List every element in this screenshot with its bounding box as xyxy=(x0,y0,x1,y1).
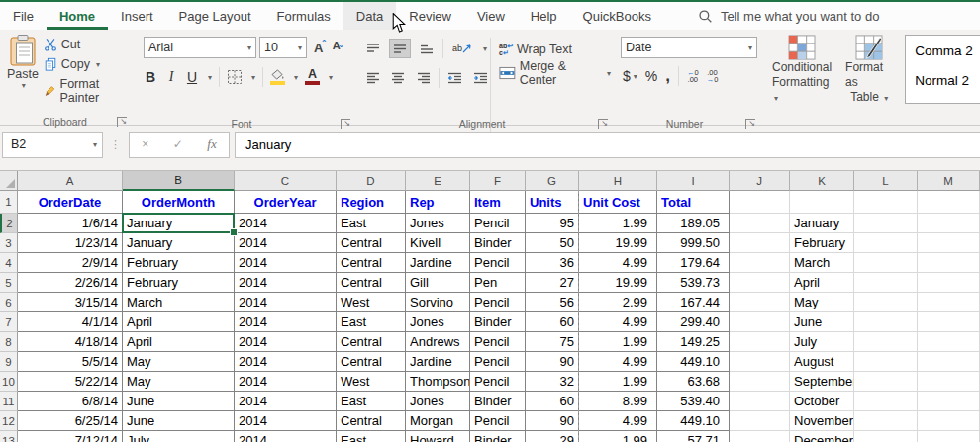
row-header-13[interactable]: 13 xyxy=(0,431,18,442)
tab-formulas[interactable]: Formulas xyxy=(264,2,343,30)
cell-B1[interactable]: OrderMonth xyxy=(123,191,235,214)
cell-D5[interactable]: Central xyxy=(337,273,406,293)
column-header-C[interactable]: C xyxy=(235,171,337,191)
cell-H2[interactable]: 1.99 xyxy=(579,214,657,233)
clipboard-dialog-launcher[interactable]: ↘ xyxy=(117,117,127,127)
cell-A13[interactable]: 7/12/14 xyxy=(18,431,123,442)
italic-button[interactable]: I xyxy=(164,69,178,85)
cell-K8[interactable]: July xyxy=(790,332,854,352)
column-header-D[interactable]: D xyxy=(337,171,406,191)
cell-J2[interactable] xyxy=(730,214,790,233)
cancel-button[interactable]: × xyxy=(142,137,148,151)
cell-M1[interactable] xyxy=(918,191,980,214)
cell-G2[interactable]: 95 xyxy=(526,214,579,233)
cell-L2[interactable] xyxy=(854,214,918,233)
cell-M10[interactable] xyxy=(918,372,980,392)
paste-dropdown-arrow[interactable]: ▾ xyxy=(22,81,26,90)
cell-C10[interactable]: 2014 xyxy=(235,372,337,392)
cell-M12[interactable] xyxy=(918,411,980,431)
cell-D10[interactable]: West xyxy=(337,372,406,392)
cell-H7[interactable]: 4.99 xyxy=(579,312,657,332)
cell-F4[interactable]: Pencil xyxy=(470,253,526,273)
cell-H8[interactable]: 1.99 xyxy=(579,332,657,352)
row-header-12[interactable]: 12 xyxy=(0,411,18,431)
cell-J9[interactable] xyxy=(730,352,790,372)
number-format-combobox[interactable]: Date▾ xyxy=(621,37,757,58)
column-header-I[interactable]: I xyxy=(657,171,730,191)
cell-H13[interactable]: 1.99 xyxy=(579,431,657,442)
row-header-4[interactable]: 4 xyxy=(0,253,18,273)
cell-M8[interactable] xyxy=(918,332,980,352)
cell-E1[interactable]: Rep xyxy=(406,191,470,214)
cell-F10[interactable]: Pencil xyxy=(470,372,526,392)
borders-button[interactable] xyxy=(227,69,243,85)
cell-I13[interactable]: 57.71 xyxy=(657,431,730,442)
formula-bar-grip[interactable]: ⋮ xyxy=(110,138,122,151)
cell-B8[interactable]: April xyxy=(123,332,235,352)
cell-K10[interactable]: September xyxy=(790,372,854,392)
borders-dropdown-arrow[interactable]: ▾ xyxy=(251,73,255,82)
cell-I6[interactable]: 167.44 xyxy=(657,293,730,312)
cell-M2[interactable] xyxy=(918,214,980,233)
cell-M3[interactable] xyxy=(918,233,980,253)
cell-G8[interactable]: 75 xyxy=(526,332,579,352)
cell-F12[interactable]: Pencil xyxy=(470,411,526,431)
cell-A2[interactable]: 1/6/14 xyxy=(18,214,123,233)
cell-C1[interactable]: OrderYear xyxy=(235,191,337,214)
name-box[interactable]: B2 ▾ xyxy=(2,132,103,158)
cell-F5[interactable]: Pen xyxy=(470,273,526,293)
increase-decimal-button[interactable]: ←0.00 xyxy=(687,69,699,83)
column-header-K[interactable]: K xyxy=(790,171,854,191)
cell-B2[interactable]: January xyxy=(123,214,235,233)
cell-K7[interactable]: June xyxy=(790,312,854,332)
cell-I11[interactable]: 539.40 xyxy=(657,392,730,411)
cell-G9[interactable]: 90 xyxy=(526,352,579,372)
cell-A5[interactable]: 2/26/14 xyxy=(18,273,123,293)
tell-me-box[interactable]: Tell me what you want to do xyxy=(698,2,879,30)
cell-C11[interactable]: 2014 xyxy=(235,392,337,411)
column-header-A[interactable]: A xyxy=(18,171,123,191)
middle-align-button[interactable] xyxy=(389,39,411,58)
column-header-G[interactable]: G xyxy=(526,171,579,191)
cell-G13[interactable]: 29 xyxy=(526,431,579,442)
cell-E3[interactable]: Kivell xyxy=(406,233,470,253)
cell-L13[interactable] xyxy=(854,431,918,442)
number-dialog-launcher[interactable]: ↘ xyxy=(745,119,755,129)
name-box-dropdown-arrow[interactable]: ▾ xyxy=(93,140,97,149)
format-painter-button[interactable]: Format Painter xyxy=(44,77,130,105)
cell-J12[interactable] xyxy=(730,411,790,431)
cell-K13[interactable]: December xyxy=(790,431,854,442)
cell-L9[interactable] xyxy=(854,352,918,372)
cell-C7[interactable]: 2014 xyxy=(235,312,337,332)
cell-H9[interactable]: 4.99 xyxy=(579,352,657,372)
cell-G1[interactable]: Units xyxy=(526,191,579,214)
cell-L5[interactable] xyxy=(854,273,918,293)
cell-G4[interactable]: 36 xyxy=(526,253,579,273)
cell-C3[interactable]: 2014 xyxy=(235,233,337,253)
cell-K3[interactable]: February xyxy=(790,233,854,253)
cell-I9[interactable]: 449.10 xyxy=(657,352,730,372)
cell-B9[interactable]: May xyxy=(123,352,235,372)
cell-C2[interactable]: 2014 xyxy=(235,214,337,233)
row-header-1[interactable]: 1 xyxy=(0,191,18,214)
cell-E12[interactable]: Morgan xyxy=(406,411,470,431)
cell-I10[interactable]: 63.68 xyxy=(657,372,730,392)
accounting-format-button[interactable]: $ xyxy=(623,68,631,84)
cell-I1[interactable]: Total xyxy=(657,191,730,214)
cell-K12[interactable]: November xyxy=(790,411,854,431)
underline-button[interactable]: U xyxy=(185,69,199,85)
decrease-indent-button[interactable] xyxy=(445,69,464,87)
cell-H10[interactable]: 1.99 xyxy=(579,372,657,392)
column-header-E[interactable]: E xyxy=(406,171,470,191)
row-header-9[interactable]: 9 xyxy=(0,352,18,372)
row-header-7[interactable]: 7 xyxy=(0,312,18,332)
cell-B13[interactable]: July xyxy=(123,431,235,442)
cell-G11[interactable]: 60 xyxy=(526,392,579,411)
cell-E9[interactable]: Jardine xyxy=(406,352,470,372)
cell-K5[interactable]: April xyxy=(790,273,854,293)
cell-E13[interactable]: Howard xyxy=(406,431,470,442)
cell-F8[interactable]: Pencil xyxy=(470,332,526,352)
cell-H4[interactable]: 4.99 xyxy=(579,253,657,273)
cell-K1[interactable] xyxy=(790,191,854,214)
cell-I12[interactable]: 449.10 xyxy=(657,411,730,431)
